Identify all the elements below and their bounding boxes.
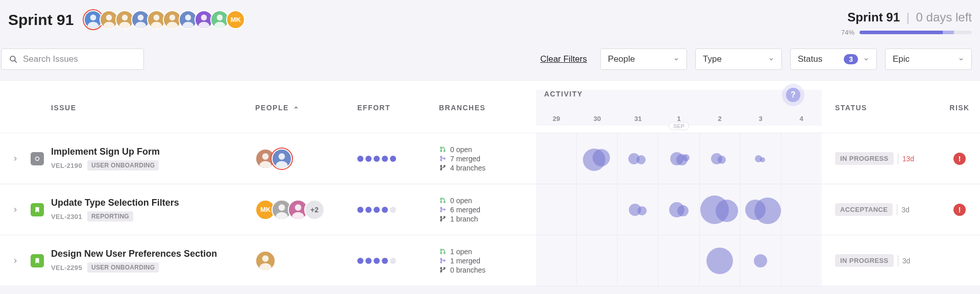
page-header: Sprint 91 MK Sprint 91 | 0 days left 74%: [0, 0, 980, 46]
col-risk[interactable]: RISK: [939, 104, 980, 112]
effort-dot: [382, 207, 388, 213]
svg-point-46: [279, 204, 285, 211]
divider: [898, 153, 898, 164]
branches-open: 1 open: [450, 248, 472, 256]
svg-point-71: [444, 267, 445, 269]
activity-day: [740, 133, 781, 184]
effort-dot: [382, 258, 388, 264]
activity-day: [699, 235, 740, 286]
risk-icon[interactable]: !: [953, 204, 966, 216]
avatar[interactable]: [272, 149, 292, 169]
status-days: 13d: [902, 155, 914, 163]
svg-point-64: [440, 252, 442, 254]
svg-point-53: [444, 201, 445, 203]
people-more[interactable]: +2: [304, 200, 325, 220]
activity-bubble: [754, 198, 781, 224]
activity-cell: [536, 184, 822, 235]
chevron-down-icon: [673, 56, 679, 62]
col-branches[interactable]: BRANCHES: [439, 104, 536, 112]
activity-cell: [536, 133, 822, 184]
activity-day: [536, 184, 576, 235]
status-badge[interactable]: IN PROGRESS: [835, 254, 894, 267]
col-people[interactable]: PEOPLE: [255, 104, 357, 112]
svg-point-42: [440, 165, 442, 167]
effort-dot: [365, 207, 372, 213]
issue-row: Design New User Preferences Section VEL-…: [0, 235, 980, 286]
svg-point-36: [440, 147, 442, 149]
branches-merged: 1 merged: [450, 257, 480, 265]
progress-fill-primary: [860, 31, 943, 34]
issue-id[interactable]: VEL-2190: [51, 162, 82, 169]
svg-point-1: [90, 15, 96, 21]
divider: [897, 204, 897, 215]
filter-bar: Clear Filters People Type Status 3 Epic: [0, 46, 980, 80]
col-issue[interactable]: ISSUE: [51, 104, 255, 112]
col-status[interactable]: STATUS: [822, 104, 939, 112]
issue-title[interactable]: Update Type Selection Filters: [51, 198, 255, 208]
activity-day: [576, 184, 617, 235]
col-effort[interactable]: EFFORT: [357, 104, 439, 112]
activity-bubble: [706, 248, 733, 274]
issues-table: ISSUE PEOPLE EFFORT BRANCHES ACTIVITY ? …: [0, 80, 980, 286]
search-box[interactable]: [1, 48, 144, 70]
svg-point-68: [444, 260, 445, 261]
clear-filters-link[interactable]: Clear Filters: [540, 54, 587, 64]
issue-title[interactable]: Implement Sign Up Form: [51, 146, 255, 157]
svg-point-44: [444, 165, 445, 167]
col-activity-label: ACTIVITY: [544, 90, 583, 98]
activity-day: [781, 235, 822, 286]
header-right: Sprint 91 | 0 days left 74%: [841, 10, 972, 36]
filter-epic[interactable]: Epic: [885, 48, 972, 70]
branch-icon: [439, 164, 446, 171]
svg-point-67: [440, 261, 442, 263]
svg-point-61: [262, 255, 269, 262]
issue-title[interactable]: Design New User Preferences Section: [51, 249, 255, 259]
branch-icon: [439, 215, 446, 222]
issue-epic-tag[interactable]: USER ONBOARDING: [87, 262, 159, 273]
activity-date: 4: [781, 115, 822, 122]
filter-type[interactable]: Type: [695, 48, 782, 70]
branches-count: 4 branches: [450, 164, 485, 172]
activity-day: [536, 133, 576, 184]
svg-point-31: [262, 153, 269, 160]
status-days: 3d: [901, 206, 910, 214]
activity-month-label: SEP: [669, 122, 689, 130]
issue-epic-tag[interactable]: USER ONBOARDING: [87, 160, 159, 170]
help-icon[interactable]: ?: [786, 88, 800, 102]
svg-line-28: [15, 61, 17, 63]
status-badge[interactable]: ACCEPTANCE: [835, 203, 893, 216]
activity-day: [781, 133, 822, 184]
filter-type-label: Type: [703, 54, 722, 64]
filter-people[interactable]: People: [600, 48, 687, 70]
svg-point-37: [440, 150, 442, 152]
issue-epic-tag[interactable]: REPORTING: [87, 211, 133, 222]
activity-day: [576, 133, 617, 184]
activity-day: [699, 184, 740, 235]
avatar[interactable]: MK: [226, 10, 245, 29]
svg-point-22: [201, 15, 207, 21]
expand-button[interactable]: [0, 206, 31, 213]
activity-bubble: [754, 254, 767, 267]
expand-button[interactable]: [0, 257, 31, 264]
svg-point-34: [279, 153, 285, 160]
avatar[interactable]: [255, 251, 276, 271]
chevron-down-icon: [768, 56, 774, 62]
svg-point-25: [217, 15, 223, 21]
activity-day: [658, 235, 699, 286]
svg-point-65: [444, 252, 445, 254]
filter-status[interactable]: Status 3: [790, 48, 877, 70]
risk-icon[interactable]: !: [953, 153, 966, 165]
issue-id[interactable]: VEL-2301: [51, 213, 82, 220]
svg-point-69: [440, 267, 442, 269]
search-input[interactable]: [23, 54, 136, 64]
filter-status-label: Status: [798, 54, 822, 64]
sprint-status: Sprint 91 | 0 days left: [841, 10, 972, 24]
status-badge[interactable]: IN PROGRESS: [835, 152, 894, 165]
activity-day: [658, 133, 699, 184]
effort-dot: [374, 207, 380, 213]
svg-point-54: [440, 207, 442, 209]
issue-id[interactable]: VEL-2295: [51, 264, 82, 272]
pr-open-icon: [439, 197, 446, 204]
expand-button[interactable]: [0, 155, 31, 162]
header-left: Sprint 91 MK: [8, 10, 245, 29]
